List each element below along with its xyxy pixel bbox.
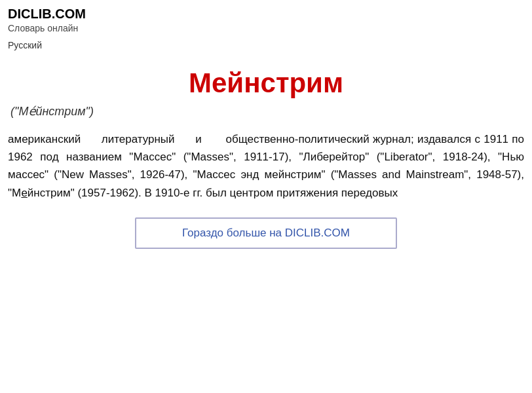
language-label: Русский — [0, 36, 532, 54]
word-title: Мейнстрим — [8, 67, 524, 99]
word-definition: американский литературный и общественно-… — [8, 130, 524, 202]
word-pronunciation: ("Ме́йнстрим") — [8, 104, 524, 119]
site-header: DICLIB.COM Словарь онлайн — [0, 0, 532, 36]
main-content: Мейнстрим ("Ме́йнстрим") американский ли… — [0, 54, 532, 262]
more-button-container: Гораздо больше на DICLIB.COM — [8, 217, 524, 249]
site-tagline: Словарь онлайн — [8, 23, 524, 33]
more-button[interactable]: Гораздо больше на DICLIB.COM — [135, 217, 397, 249]
pronunciation-text: ("Ме́йнстрим") — [10, 105, 94, 118]
site-name[interactable]: DICLIB.COM — [8, 7, 524, 22]
definition-content: американский литературный и общественно-… — [8, 133, 524, 199]
